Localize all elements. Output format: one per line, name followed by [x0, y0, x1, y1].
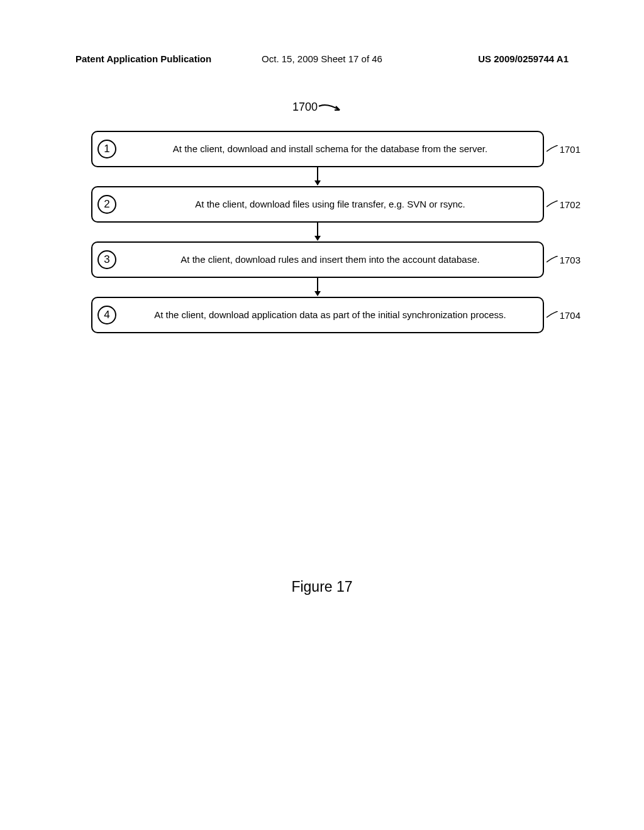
reference-leader-icon: [547, 145, 558, 153]
step-number-circle: 2: [97, 195, 116, 214]
flowchart-step: 3 At the client, download rules and inse…: [91, 241, 544, 278]
step-text: At the client, download application data…: [128, 309, 533, 321]
reference-leader-icon: [547, 201, 558, 208]
header-date-sheet: Oct. 15, 2009 Sheet 17 of 46: [262, 53, 382, 64]
reference-leader-icon: [547, 311, 558, 319]
flow-arrow-icon: [317, 223, 318, 240]
header-patent-number: US 2009/0259744 A1: [478, 53, 569, 64]
step-number-circle: 4: [97, 306, 116, 324]
step-text: At the client, download rules and insert…: [128, 253, 533, 266]
flowchart-diagram: 1700 1 At the client, download and insta…: [91, 101, 544, 333]
flowchart-step: 4 At the client, download application da…: [91, 297, 544, 333]
step-text: At the client, download and install sche…: [128, 143, 533, 155]
step-number-circle: 1: [97, 140, 116, 158]
figure-caption: Figure 17: [0, 578, 644, 595]
figure-reference-number: 1700: [292, 101, 318, 114]
figure-reference-number-wrap: 1700: [91, 101, 544, 118]
flowchart-step: 2 At the client, download files using fi…: [91, 186, 544, 223]
step-reference-number: 1703: [560, 255, 580, 265]
step-number-circle: 3: [97, 250, 116, 269]
flow-arrow-icon: [317, 167, 318, 185]
reference-leader-icon: [547, 256, 558, 263]
step-text: At the client, download files using file…: [128, 198, 533, 211]
step-reference-number: 1702: [560, 199, 580, 210]
flow-arrow-icon: [317, 278, 318, 296]
step-reference-number: 1701: [560, 144, 580, 155]
page-header: Patent Application Publication Oct. 15, …: [75, 53, 569, 64]
figure-number-leader-icon: [318, 102, 349, 114]
step-reference-number: 1704: [560, 310, 580, 321]
header-publication-type: Patent Application Publication: [75, 53, 211, 64]
flowchart-step: 1 At the client, download and install sc…: [91, 131, 544, 167]
